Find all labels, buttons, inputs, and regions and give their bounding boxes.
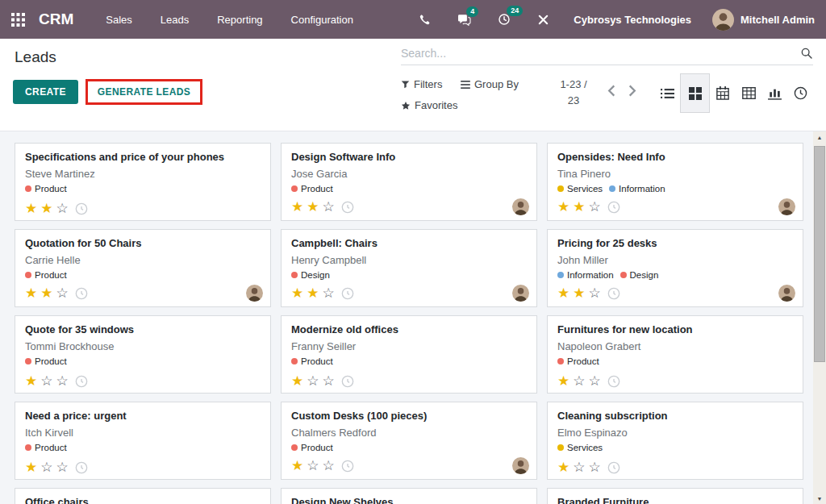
phone-icon[interactable] bbox=[419, 14, 431, 26]
star-filled-icon[interactable]: ★ bbox=[557, 286, 569, 300]
favorites-button[interactable]: Favorites bbox=[401, 99, 475, 111]
activity-clock-icon[interactable] bbox=[607, 375, 620, 388]
lead-card[interactable]: Quote for 35 windows Tommi Brockhouse Pr… bbox=[15, 315, 271, 394]
star-filled-icon[interactable]: ★ bbox=[25, 202, 37, 215]
salesperson-avatar[interactable] bbox=[512, 285, 529, 302]
salesperson-avatar[interactable] bbox=[246, 285, 263, 302]
kanban-view-button[interactable] bbox=[680, 73, 710, 113]
star-filled-icon[interactable]: ★ bbox=[291, 286, 303, 300]
search-icon[interactable] bbox=[800, 47, 813, 60]
menu-reporting[interactable]: Reporting bbox=[217, 14, 262, 26]
priority-stars[interactable]: ★★☆ bbox=[291, 286, 335, 300]
star-empty-icon[interactable]: ☆ bbox=[323, 459, 335, 473]
pager-previous-button[interactable] bbox=[607, 85, 615, 97]
activity-clock-icon[interactable] bbox=[75, 461, 88, 474]
menu-leads[interactable]: Leads bbox=[161, 14, 189, 26]
vertical-scrollbar[interactable]: ▲ ▼ bbox=[813, 131, 826, 504]
star-empty-icon[interactable]: ☆ bbox=[573, 460, 585, 474]
menu-sales[interactable]: Sales bbox=[106, 14, 132, 26]
star-empty-icon[interactable]: ☆ bbox=[307, 374, 319, 388]
scrollbar-thumb[interactable] bbox=[814, 146, 825, 362]
priority-stars[interactable]: ★★☆ bbox=[557, 286, 601, 300]
star-empty-icon[interactable]: ☆ bbox=[323, 374, 335, 388]
star-filled-icon[interactable]: ★ bbox=[40, 202, 52, 215]
star-filled-icon[interactable]: ★ bbox=[25, 460, 37, 474]
star-empty-icon[interactable]: ☆ bbox=[573, 374, 585, 388]
priority-stars[interactable]: ★☆☆ bbox=[25, 460, 69, 474]
lead-card[interactable]: Pricing for 25 desks John Miller Informa… bbox=[547, 229, 803, 307]
activity-view-button[interactable] bbox=[787, 73, 813, 113]
activity-clock-icon[interactable] bbox=[607, 287, 620, 300]
salesperson-avatar[interactable] bbox=[778, 285, 795, 302]
priority-stars[interactable]: ★★☆ bbox=[557, 200, 601, 214]
star-empty-icon[interactable]: ☆ bbox=[40, 460, 52, 474]
menu-configuration[interactable]: Configuration bbox=[291, 14, 353, 26]
star-filled-icon[interactable]: ★ bbox=[557, 460, 569, 474]
user-avatar[interactable] bbox=[712, 9, 734, 31]
filters-button[interactable]: Filters bbox=[401, 78, 461, 90]
lead-card[interactable]: Opensides: Need Info Tina Pinero Service… bbox=[547, 143, 803, 221]
star-empty-icon[interactable]: ☆ bbox=[56, 286, 69, 300]
app-name[interactable]: CRM bbox=[39, 10, 73, 28]
star-filled-icon[interactable]: ★ bbox=[573, 200, 585, 214]
priority-stars[interactable]: ★☆☆ bbox=[291, 374, 335, 388]
lead-card[interactable]: Custom Desks (100 pieces) Chalmers Redfo… bbox=[281, 402, 537, 480]
star-filled-icon[interactable]: ★ bbox=[40, 286, 52, 300]
priority-stars[interactable]: ★☆☆ bbox=[291, 459, 335, 473]
lead-card[interactable]: Design New Shelves bbox=[281, 488, 537, 504]
priority-stars[interactable]: ★☆☆ bbox=[557, 374, 601, 388]
star-filled-icon[interactable]: ★ bbox=[25, 286, 37, 300]
priority-stars[interactable]: ★★☆ bbox=[25, 286, 69, 300]
priority-stars[interactable]: ★★☆ bbox=[25, 202, 69, 215]
scroll-down-arrow[interactable]: ▼ bbox=[813, 493, 826, 504]
lead-card[interactable]: Specifications and price of your phones … bbox=[15, 143, 271, 221]
star-filled-icon[interactable]: ★ bbox=[291, 459, 303, 473]
star-filled-icon[interactable]: ★ bbox=[557, 200, 569, 214]
star-empty-icon[interactable]: ☆ bbox=[323, 200, 335, 214]
lead-card[interactable]: Campbell: Chairs Henry Campbell Design ★… bbox=[281, 229, 537, 307]
star-filled-icon[interactable]: ★ bbox=[307, 200, 319, 214]
activity-clock-icon[interactable] bbox=[607, 461, 620, 474]
star-filled-icon[interactable]: ★ bbox=[557, 374, 569, 388]
star-empty-icon[interactable]: ☆ bbox=[307, 459, 319, 473]
star-filled-icon[interactable]: ★ bbox=[25, 374, 37, 388]
star-empty-icon[interactable]: ☆ bbox=[589, 374, 601, 388]
lead-card[interactable]: Branded Furniture bbox=[547, 488, 803, 504]
pager-next-button[interactable] bbox=[628, 85, 636, 97]
activity-clock-icon[interactable] bbox=[75, 287, 88, 300]
star-empty-icon[interactable]: ☆ bbox=[589, 286, 601, 300]
messages-icon[interactable]: 4 bbox=[457, 14, 471, 26]
activity-clock-icon[interactable] bbox=[75, 375, 88, 388]
activity-clock-icon[interactable] bbox=[341, 460, 354, 473]
graph-view-button[interactable] bbox=[761, 73, 787, 113]
star-filled-icon[interactable]: ★ bbox=[291, 200, 303, 214]
generate-leads-button[interactable]: GENERATE LEADS bbox=[88, 81, 200, 102]
user-name[interactable]: Mitchell Admin bbox=[740, 14, 815, 26]
salesperson-avatar[interactable] bbox=[778, 198, 795, 215]
star-filled-icon[interactable]: ★ bbox=[573, 286, 585, 300]
priority-stars[interactable]: ★☆☆ bbox=[557, 460, 601, 474]
salesperson-avatar[interactable] bbox=[512, 457, 529, 474]
activities-icon[interactable]: 24 bbox=[498, 13, 511, 26]
star-filled-icon[interactable]: ★ bbox=[307, 286, 319, 300]
activity-clock-icon[interactable] bbox=[341, 201, 354, 214]
lead-card[interactable]: Need a price: urgent Itch Kirvell Produc… bbox=[15, 402, 271, 480]
apps-menu-icon[interactable] bbox=[0, 0, 35, 39]
calendar-view-button[interactable] bbox=[710, 73, 736, 113]
activity-clock-icon[interactable] bbox=[75, 202, 88, 215]
search-input[interactable] bbox=[401, 47, 800, 60]
tools-icon[interactable] bbox=[537, 14, 549, 26]
scroll-up-arrow[interactable]: ▲ bbox=[813, 131, 826, 143]
priority-stars[interactable]: ★★☆ bbox=[291, 200, 335, 214]
salesperson-avatar[interactable] bbox=[512, 198, 529, 215]
priority-stars[interactable]: ★☆☆ bbox=[25, 374, 69, 388]
activity-clock-icon[interactable] bbox=[341, 375, 354, 388]
star-empty-icon[interactable]: ☆ bbox=[56, 374, 69, 388]
star-empty-icon[interactable]: ☆ bbox=[40, 374, 52, 388]
star-filled-icon[interactable]: ★ bbox=[291, 374, 303, 388]
lead-card[interactable]: Quotation for 50 Chairs Carrie Helle Pro… bbox=[15, 229, 271, 307]
create-button[interactable]: CREATE bbox=[13, 80, 78, 104]
activity-clock-icon[interactable] bbox=[607, 201, 620, 214]
star-empty-icon[interactable]: ☆ bbox=[56, 202, 69, 215]
pivot-view-button[interactable] bbox=[736, 73, 761, 113]
